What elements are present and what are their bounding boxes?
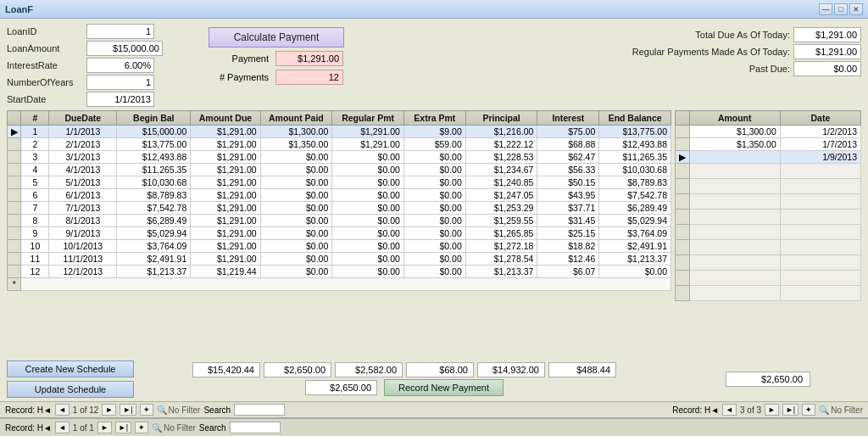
col-num[interactable]: # — [21, 111, 49, 126]
total-principal[interactable] — [477, 362, 545, 377]
payments-count-value[interactable] — [275, 70, 343, 85]
right-nav-filter[interactable]: 🔍 No Filter — [819, 405, 863, 415]
table-row[interactable]: 9 9/1/2013 $5,029.94 $1,291.00 $0.00 $0.… — [8, 227, 671, 240]
cell-duedate: 2/1/2013 — [49, 138, 117, 151]
table-row[interactable]: 8 8/1/2013 $6,289.49 $1,291.00 $0.00 $0.… — [8, 215, 671, 227]
right-row-selector-empty — [676, 194, 690, 210]
col-extrapmt[interactable]: Extra Pmt — [403, 111, 465, 126]
total-paid2[interactable] — [305, 380, 377, 395]
right-cell-empty2 — [780, 179, 860, 194]
create-new-schedule-button[interactable]: Create New Schedule — [7, 361, 134, 377]
right-table-row[interactable]: $1,300.00 1/2/2013 — [676, 126, 861, 138]
col-regularpmt[interactable]: Regular Pmt — [332, 111, 404, 126]
outer-nav-filter[interactable]: 🔍 No Filter — [152, 423, 196, 433]
loanid-row: LoanID — [7, 24, 176, 39]
maximize-button[interactable]: □ — [834, 3, 848, 15]
startdate-label: StartDate — [7, 94, 83, 104]
regular-payments-value[interactable] — [793, 44, 861, 59]
search-label: Search — [203, 405, 231, 415]
cell-regularpmt: $1,291.00 — [332, 138, 404, 151]
main-nav-search-input[interactable] — [234, 404, 285, 416]
table-row[interactable]: 10 10/1/2013 $3,764.09 $1,291.00 $0.00 $… — [8, 240, 671, 253]
cell-endbalance: $12,493.88 — [599, 138, 671, 151]
table-row[interactable]: 6 6/1/2013 $8,789.83 $1,291.00 $0.00 $0.… — [8, 189, 671, 202]
startdate-input[interactable] — [86, 92, 154, 107]
right-cell-empty — [689, 255, 780, 271]
table-row[interactable]: 2 2/1/2013 $13,775.00 $1,291.00 $1,350.0… — [8, 138, 671, 151]
past-due-value[interactable] — [793, 61, 861, 76]
cell-interest: $25.15 — [537, 227, 599, 240]
calculate-payment-button[interactable]: Calculate Payment — [209, 27, 344, 48]
outer-nav-search-input[interactable] — [230, 422, 281, 433]
update-schedule-button[interactable]: Update Schedule — [7, 381, 134, 398]
right-cell-empty2 — [780, 271, 860, 286]
right-cell-amount: $1,300.00 — [689, 126, 780, 138]
total-amount-paid[interactable] — [192, 362, 260, 377]
payments-count-label: # Payments — [209, 72, 269, 82]
col-principal[interactable]: Principal — [465, 111, 537, 126]
right-table-total[interactable] — [726, 372, 810, 387]
minimize-button[interactable]: — — [819, 3, 832, 15]
right-table-row[interactable]: $1,350.00 1/7/2013 — [676, 138, 861, 151]
main-nav-next-button[interactable]: ► — [102, 404, 116, 416]
numberofyears-label: NumberOfYears — [7, 77, 83, 87]
table-row[interactable]: 7 7/1/2013 $7,542.78 $1,291.00 $0.00 $0.… — [8, 202, 671, 215]
new-row[interactable]: * — [8, 278, 671, 291]
right-nav-next-button[interactable]: ► — [765, 404, 779, 416]
col-interest[interactable]: Interest — [537, 111, 599, 126]
cell-beginbal: $7,542.78 — [117, 202, 191, 215]
cell-beginbal: $6,289.49 — [117, 215, 191, 227]
total-interest[interactable] — [548, 362, 616, 377]
row-selector — [8, 138, 21, 151]
col-amountdue[interactable]: Amount Due — [191, 111, 260, 126]
main-nav-last-button[interactable]: ►| — [120, 404, 136, 416]
total-regular-pmt[interactable] — [264, 362, 331, 377]
right-nav-add-button[interactable]: ✦ — [802, 404, 815, 416]
right-col-date[interactable]: Date — [780, 111, 860, 126]
payment-value[interactable] — [275, 51, 343, 66]
total-extra-pmt[interactable] — [335, 362, 403, 377]
col-endbalance[interactable]: End Balance — [599, 111, 671, 126]
main-nav-prev-button[interactable]: ◄ — [55, 404, 70, 416]
cell-beginbal: $12,493.88 — [117, 151, 191, 164]
table-row[interactable]: 11 11/1/2013 $2,491.91 $1,291.00 $0.00 $… — [8, 253, 671, 266]
numberofyears-input[interactable] — [86, 75, 154, 90]
cell-extrapmt: $0.00 — [403, 202, 465, 215]
table-row[interactable]: 3 3/1/2013 $12,493.88 $1,291.00 $0.00 $0… — [8, 151, 671, 164]
table-row[interactable]: 4 4/1/2013 $11,265.35 $1,291.00 $0.00 $0… — [8, 164, 671, 176]
right-row-selector-empty — [676, 179, 690, 194]
past-due-label: Past Due: — [749, 64, 790, 74]
right-cell-date: 1/2/2013 — [780, 126, 860, 138]
table-row[interactable]: 12 12/1/2013 $1,213.37 $1,219.44 $0.00 $… — [8, 266, 671, 278]
col-amountpaid[interactable]: Amount Paid — [260, 111, 332, 126]
table-row[interactable]: 5 5/1/2013 $10,030.68 $1,291.00 $0.00 $0… — [8, 176, 671, 189]
interestrate-input[interactable] — [86, 58, 154, 73]
outer-nav-prev-button[interactable]: ◄ — [55, 422, 70, 433]
cell-beginbal: $1,213.37 — [117, 266, 191, 278]
main-nav-add-button[interactable]: ✦ — [140, 404, 153, 416]
right-col-amount[interactable]: Amount — [689, 111, 780, 126]
right-nav-prev-button[interactable]: ◄ — [722, 404, 737, 416]
cell-num: 3 — [21, 151, 49, 164]
total-due-value[interactable] — [793, 27, 861, 42]
main-nav-filter[interactable]: 🔍 No Filter — [157, 405, 201, 415]
outer-nav-add-button[interactable]: ✦ — [135, 422, 148, 433]
cell-endbalance: $7,542.78 — [599, 189, 671, 202]
row-selector — [8, 176, 21, 189]
table-row[interactable]: ▶ 1 1/1/2013 $15,000.00 $1,291.00 $1,300… — [8, 126, 671, 138]
cell-amountdue: $1,291.00 — [191, 202, 260, 215]
cell-duedate: 3/1/2013 — [49, 151, 117, 164]
cell-beginbal: $5,029.94 — [117, 227, 191, 240]
outer-nav-last-button[interactable]: ►| — [115, 422, 131, 433]
col-duedate[interactable]: DueDate — [49, 111, 117, 126]
record-new-payment-button[interactable]: Record New Payment — [384, 379, 504, 396]
col-beginbal[interactable]: Begin Bal — [117, 111, 191, 126]
right-table-row[interactable]: ▶ 1/9/2013 — [676, 151, 861, 164]
loanamount-input[interactable] — [86, 41, 163, 56]
cell-regularpmt: $0.00 — [332, 202, 404, 215]
close-button[interactable]: ✕ — [849, 3, 863, 15]
total-extra-pmt2[interactable] — [406, 362, 474, 377]
right-nav-last-button[interactable]: ►| — [782, 404, 798, 416]
loanid-input[interactable] — [86, 24, 154, 39]
outer-nav-next-button[interactable]: ► — [97, 422, 112, 433]
